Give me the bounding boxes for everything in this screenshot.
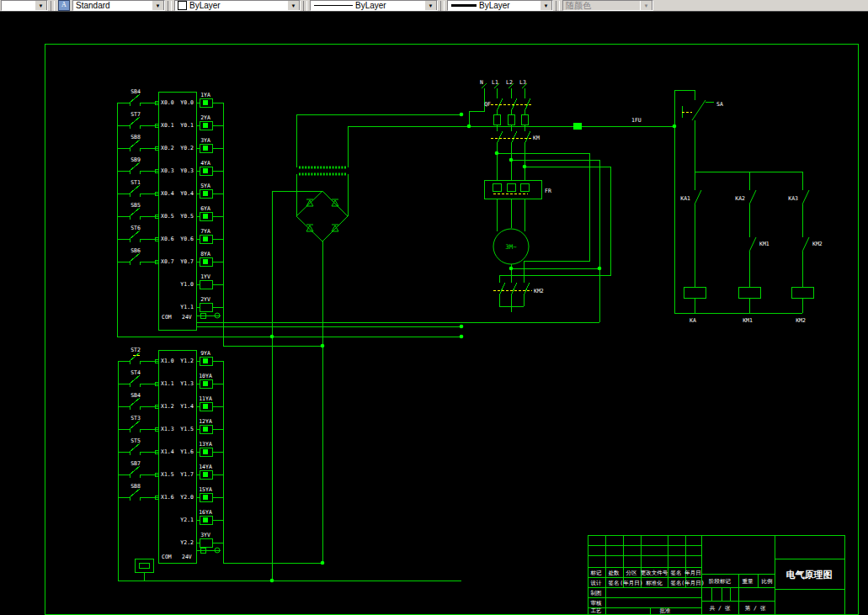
plc-output: Y1.0 (180, 281, 194, 288)
coil-label: KA (690, 317, 696, 324)
plc-output: Y0.2 (180, 145, 194, 151)
drawing-title: 电气原理图 (786, 570, 833, 581)
switch-label: ST5 (130, 437, 141, 444)
properties-toolbar: ▼ A Standard ▼ ByLayer ▼ ByLayer ▼ ByLay… (0, 0, 868, 12)
fuse-label: 1FU (631, 117, 642, 124)
chevron-down-icon[interactable]: ▼ (540, 0, 552, 11)
coil-label: 7YA (200, 228, 210, 235)
tb-cell: 制图 (591, 590, 602, 596)
coil-label: 3YA (200, 137, 210, 144)
toolbar-separator (168, 1, 172, 11)
plc-output: Y0.6 (180, 236, 194, 242)
switch-label: SB4 (130, 392, 141, 399)
chevron-down-icon[interactable]: ▼ (287, 0, 300, 11)
plc-output: Y1.4 (180, 403, 194, 410)
tb-cell: 批准 (660, 607, 672, 614)
plot-style-combo: 随颜色 ▼ (562, 0, 653, 11)
switch-label: SB8 (130, 483, 141, 490)
coil-label: 16YA (199, 509, 212, 516)
lineweight-combo[interactable]: ByLayer ▼ (447, 0, 553, 11)
switch-label: SB9 (130, 156, 141, 163)
linetype-value: ByLayer (353, 1, 424, 10)
plc-output: Y0.3 (180, 167, 194, 174)
breaker-label: QF (484, 101, 491, 108)
text-style-button[interactable]: A (57, 0, 71, 11)
tb-cell: 年月日 (684, 570, 701, 576)
plc-com-label: COM (162, 554, 172, 560)
coil-label: 2YV (200, 296, 210, 303)
switch-label: SB4 (130, 88, 141, 95)
tb-cell: 标记 (590, 570, 603, 576)
phase-l3-label: L3 (519, 79, 526, 86)
plc-output: Y0.0 (180, 99, 194, 106)
tb-scale: 比例 (762, 578, 773, 585)
plc-output: Y2.0 (180, 494, 194, 501)
cad-application-window: ▼ A Standard ▼ ByLayer ▼ ByLayer ▼ ByLay… (0, 0, 868, 615)
plc-input: X0.5 (161, 213, 174, 220)
coil-label: 15YA (199, 486, 212, 493)
layer-combo[interactable]: ▼ (1, 0, 48, 11)
coil-label: 4YA (200, 160, 210, 167)
plc-output: Y2.1 (180, 517, 194, 523)
lineweight-value: ByLayer (477, 1, 540, 10)
tb-cell: 签名 (609, 580, 620, 586)
tb-cell: 更改文件号 (641, 570, 668, 576)
plc-input: X0.7 (161, 258, 174, 265)
text-style-combo[interactable]: Standard ▼ (72, 0, 165, 11)
contact-label: KA3 (788, 195, 798, 202)
coil-label: 5YA (200, 183, 210, 189)
phase-l1-label: L1 (492, 79, 498, 86)
coil-label: 3YV (200, 532, 210, 538)
chevron-down-icon: ▼ (640, 0, 652, 11)
color-value: ByLayer (187, 1, 287, 10)
plc-input: X1.6 (161, 494, 174, 501)
coil-label: KM2 (796, 317, 806, 324)
coil-label: KM1 (743, 317, 753, 324)
switch-label: ST3 (130, 415, 141, 421)
plc-input: X1.5 (161, 471, 174, 478)
junction-dots (270, 113, 677, 583)
terminal-block (135, 559, 153, 572)
color-combo[interactable]: ByLayer ▼ (174, 0, 301, 11)
contactor-label: KM (533, 135, 540, 141)
thermal-relay-label: FR (545, 188, 551, 194)
tb-cell: 签名 (671, 580, 682, 586)
plc-input: X1.2 (161, 403, 174, 410)
chevron-down-icon[interactable]: ▼ (424, 0, 437, 11)
chevron-down-icon[interactable]: ▼ (35, 0, 47, 11)
drawing-canvas[interactable]: SB4 ST7 SB8 SB9 ST1 SB5 ST6 SB6 X0.0 X0.… (0, 12, 868, 615)
plc-input: X1.3 (161, 426, 174, 432)
switch-label: SB7 (130, 460, 141, 467)
plc-input: X0.1 (161, 122, 174, 129)
toolbar-separator (556, 1, 560, 11)
plc-24v-label: 24V (182, 554, 192, 560)
plc-input: X0.6 (161, 236, 174, 242)
contact-label: KA2 (735, 195, 745, 202)
tb-cell: 工艺 (591, 607, 603, 614)
plc-output: Y1.7 (180, 471, 194, 478)
toolbar-separator (303, 1, 307, 11)
plc-com-label: COM (162, 314, 172, 321)
contact-label: KM2 (812, 241, 823, 247)
plc-output: Y1.1 (180, 304, 194, 310)
disconnect-label: SA (716, 101, 723, 108)
switch-label: SB8 (130, 134, 141, 140)
fuse-1fu (573, 123, 582, 130)
coil-label: 12YA (199, 418, 212, 425)
tb-weight: 重量 (743, 578, 754, 585)
linetype-combo[interactable]: ByLayer ▼ (310, 0, 438, 11)
coil-label: 13YA (199, 441, 212, 448)
plc-input: X0.3 (161, 167, 174, 174)
motor-label: 3M~ (505, 243, 517, 251)
toolbar-separator (51, 1, 55, 11)
switch-label: ST7 (130, 111, 141, 118)
tb-sheet-no: 第 / 张 (745, 605, 766, 612)
plc-input: X1.4 (161, 448, 174, 455)
coil-label: 11YA (199, 395, 212, 402)
color-swatch (178, 1, 187, 10)
transformer-rectifier (272, 114, 461, 581)
tb-cell: 处数 (609, 570, 620, 576)
tb-cell: 设计 (591, 580, 603, 586)
switch-label: SB6 (130, 247, 141, 254)
chevron-down-icon[interactable]: ▼ (152, 0, 164, 11)
